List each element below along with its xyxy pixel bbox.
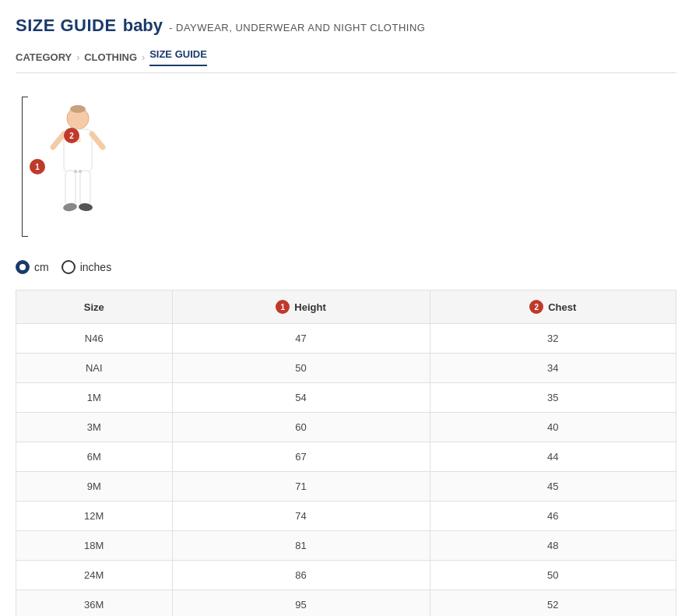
table-row: NAI 50 34: [16, 354, 676, 383]
cell-height: 95: [172, 590, 430, 617]
cell-chest: 50: [430, 561, 676, 590]
unit-inches[interactable]: inches: [61, 260, 111, 274]
baby-figure: 1: [16, 89, 140, 245]
cell-chest: 44: [430, 442, 676, 472]
title-size-guide: SIZE GUIDE: [16, 16, 117, 36]
cell-height: 81: [172, 531, 430, 561]
breadcrumb-sep-2: ›: [142, 52, 145, 63]
cell-height: 86: [172, 561, 430, 590]
svg-point-11: [79, 170, 82, 173]
cell-size: 6M: [16, 442, 173, 472]
badge-2-chest: 2: [64, 128, 79, 143]
cell-chest: 46: [430, 502, 676, 531]
breadcrumb-clothing[interactable]: CLOTHING: [84, 51, 137, 63]
page-title-area: SIZE GUIDE baby - DAYWEAR, UNDERWEAR AND…: [16, 16, 676, 36]
table-row: 12M 74 46: [16, 502, 676, 531]
breadcrumb: CATEGORY › CLOTHING › SIZE GUIDE: [16, 48, 676, 73]
cell-height: 54: [172, 383, 430, 413]
svg-line-4: [53, 134, 64, 147]
table-row: 1M 54 35: [16, 383, 676, 413]
cm-label: cm: [34, 261, 49, 273]
size-table: Size 1 Height 2 Chest N46 47: [16, 290, 676, 616]
table-row: 18M 81 48: [16, 531, 676, 561]
cell-height: 74: [172, 502, 430, 531]
svg-line-5: [92, 134, 103, 147]
svg-rect-7: [80, 171, 90, 206]
table-row: N46 47 32: [16, 324, 676, 354]
cell-chest: 34: [430, 354, 676, 383]
col-height: 1 Height: [172, 290, 430, 324]
chest-col-badge: 2: [529, 300, 543, 314]
unit-toggle: cm inches: [16, 260, 676, 274]
col-size: Size: [16, 290, 173, 324]
title-baby: baby: [123, 16, 163, 36]
cell-height: 60: [172, 413, 430, 442]
cell-chest: 52: [430, 590, 676, 617]
badge-1-height: 1: [30, 159, 45, 174]
table-row: 9M 71 45: [16, 472, 676, 502]
baby-figure-section: 1: [16, 89, 676, 245]
cell-height: 47: [172, 324, 430, 354]
svg-point-10: [74, 170, 77, 173]
cell-size: 12M: [16, 502, 173, 531]
cell-size: 3M: [16, 413, 173, 442]
table-row: 3M 60 40: [16, 413, 676, 442]
breadcrumb-size-guide[interactable]: SIZE GUIDE: [149, 48, 207, 66]
cell-chest: 48: [430, 531, 676, 561]
cell-size: 1M: [16, 383, 173, 413]
unit-cm[interactable]: cm: [16, 260, 49, 274]
cell-height: 71: [172, 472, 430, 502]
col-chest: 2 Chest: [430, 290, 676, 324]
title-subtitle: - DAYWEAR, UNDERWEAR AND NIGHT CLOTHING: [169, 22, 425, 33]
svg-rect-6: [65, 171, 76, 206]
cell-height: 50: [172, 354, 430, 383]
height-bracket: [16, 97, 28, 237]
cell-chest: 40: [430, 413, 676, 442]
height-col-badge: 1: [276, 300, 290, 314]
cell-chest: 45: [430, 472, 676, 502]
cell-size: 9M: [16, 472, 173, 502]
inches-label: inches: [80, 261, 111, 273]
page-container: SIZE GUIDE baby - DAYWEAR, UNDERWEAR AND…: [0, 0, 692, 616]
table-header-row: Size 1 Height 2 Chest: [16, 290, 676, 324]
cell-height: 67: [172, 442, 430, 472]
breadcrumb-category[interactable]: CATEGORY: [16, 51, 72, 63]
cell-chest: 32: [430, 324, 676, 354]
table-row: 6M 67 44: [16, 442, 676, 472]
cell-size: 24M: [16, 561, 173, 590]
table-row: 24M 86 50: [16, 561, 676, 590]
cell-size: NAI: [16, 354, 173, 383]
breadcrumb-sep-1: ›: [76, 52, 79, 63]
svg-point-1: [70, 105, 86, 113]
radio-inches[interactable]: [61, 260, 76, 274]
radio-cm[interactable]: [16, 260, 30, 274]
cell-size: 36M: [16, 590, 173, 617]
cell-size: 18M: [16, 531, 173, 561]
cell-chest: 35: [430, 383, 676, 413]
baby-image: [47, 104, 109, 229]
cell-size: N46: [16, 324, 173, 354]
table-row: 36M 95 52: [16, 590, 676, 617]
